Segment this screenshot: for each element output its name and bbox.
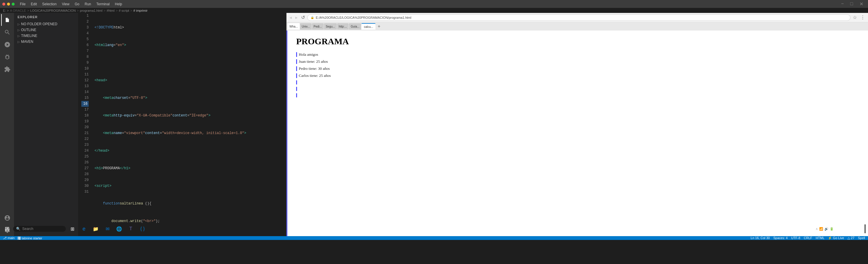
sidebar-title: EXPLORER xyxy=(14,13,78,21)
sidebar-label-1: OUTLINE xyxy=(21,28,36,32)
main-layout: EXPLORER ▷ NO FOLDER OPENED ▷ OUTLINE ▷ … xyxy=(0,13,868,236)
menu-view[interactable]: View xyxy=(59,1,72,7)
taskbar-vscode-icon[interactable]: { } xyxy=(137,223,148,234)
code-editor[interactable]: 12345 678910 1112131415 16 17181920 2122… xyxy=(79,13,286,236)
sidebar-label-0: NO FOLDER OPENED xyxy=(21,22,57,26)
tray-wifi[interactable]: 📶 xyxy=(819,227,823,231)
url-bar[interactable]: 🔒 E:/A%20ORACLE/LOGICA%20PROGRAMACION/pr… xyxy=(307,15,850,21)
preview-line-empty-3 xyxy=(296,93,859,97)
btab-3[interactable]: Segu... xyxy=(324,23,337,30)
btab-1[interactable]: Univ... xyxy=(300,23,312,30)
start-button[interactable]: ⊞ xyxy=(2,224,12,234)
status-branch: ⎇ main xyxy=(3,236,14,240)
time-display[interactable]: 9:18 p. m. 13/04/2023 xyxy=(845,225,862,232)
minimize-button[interactable]: − xyxy=(839,0,846,8)
activity-bar xyxy=(0,13,14,236)
explorer-icon[interactable] xyxy=(1,14,13,26)
sidebar-label-2: TIMELINE xyxy=(21,34,37,38)
status-position[interactable]: Ln 16, Col 30 xyxy=(751,236,770,240)
menu-help[interactable]: Help xyxy=(113,1,125,7)
code-content: 12345 678910 1112131415 16 17181920 2122… xyxy=(79,13,286,236)
preview-lines: Hola amigos Juan tiene: 25 años Pedro ti… xyxy=(296,52,859,97)
sidebar-arrow-0: ▷ xyxy=(18,23,20,26)
breadcrumb-file: programa1.html xyxy=(80,9,102,12)
line-numbers: 12345 678910 1112131415 16 17181920 2122… xyxy=(79,13,92,236)
status-errors[interactable]: △ 27 xyxy=(847,236,854,240)
traffic-light-max[interactable] xyxy=(12,3,14,6)
status-spaces[interactable]: Spaces: 4 xyxy=(773,236,787,240)
menu-go[interactable]: Go xyxy=(72,1,82,7)
tray-chevron[interactable]: ∧ xyxy=(816,227,818,231)
status-right: Ln 16, Col 30 Spaces: 4 UTF-8 CRLF HTML … xyxy=(751,236,865,240)
menu-file[interactable]: File xyxy=(18,1,28,7)
taskbar-teams-icon[interactable]: T xyxy=(126,223,136,234)
preview-line-1: Juan tiene: 25 años xyxy=(296,59,859,64)
debug-icon[interactable] xyxy=(1,51,13,63)
sidebar-arrow-3: ▷ xyxy=(18,40,20,44)
sidebar-arrow-1: ▷ xyxy=(18,28,20,32)
browser-navbar: ◂ ▸ ↺ 🔒 E:/A%20ORACLE/LOGICA%20PROGRAMAC… xyxy=(286,13,868,22)
time-text: 9:18 p. m. xyxy=(845,225,862,229)
code-lines[interactable]: <!DOCTYPE html> <html lang="en"> <head> … xyxy=(92,13,286,236)
tray-volume[interactable]: 🔊 xyxy=(825,227,829,231)
taskbar-chrome-icon[interactable]: 🌐 xyxy=(114,223,124,234)
preview-line-0: Hola amigos xyxy=(296,52,859,57)
breadcrumb-html: #html xyxy=(107,9,115,12)
reload-button[interactable]: ↺ xyxy=(300,14,306,21)
btab-4[interactable]: http:... xyxy=(337,23,349,30)
extensions-icon[interactable] xyxy=(1,63,13,75)
breadcrumb-drive: E: > xyxy=(3,9,9,12)
sys-tray: ∧ 📶 🔊 🔋 ESP xyxy=(813,227,844,231)
source-control-icon[interactable] xyxy=(1,39,13,50)
sidebar-outline[interactable]: ▷ OUTLINE xyxy=(14,27,78,33)
maximize-button[interactable]: □ xyxy=(848,0,856,8)
status-lineending[interactable]: CRLF xyxy=(804,236,812,240)
settings-icon[interactable]: ⋮ xyxy=(859,14,866,21)
menu-edit[interactable]: Edit xyxy=(28,1,39,7)
close-button[interactable]: ✕ xyxy=(857,0,866,8)
breadcrumb-sep1: A ORACLE xyxy=(10,9,26,12)
preview-line-empty-1 xyxy=(296,80,859,84)
traffic-light-min[interactable] xyxy=(7,3,10,6)
taskbar-view-icon[interactable]: ⊞ xyxy=(67,223,78,234)
menu-terminal[interactable]: Terminal xyxy=(94,1,112,7)
status-golive[interactable]: ⚡ Go Live xyxy=(828,236,844,240)
preview-panel: ◂ ▸ ↺ 🔒 E:/A%20ORACLE/LOGICA%20PROGRAMAC… xyxy=(286,13,868,236)
forward-button[interactable]: ▸ xyxy=(294,14,299,21)
preview-line-3: Carlos tiene: 25 años xyxy=(296,73,859,78)
bookmark-icon[interactable]: ☆ xyxy=(851,14,858,21)
tray-battery[interactable]: 🔋 xyxy=(830,227,834,231)
back-button[interactable]: ◂ xyxy=(288,14,293,21)
new-tab-icon[interactable]: + xyxy=(376,23,382,30)
btab-active[interactable]: calcu... xyxy=(362,23,375,30)
traffic-light-close[interactable] xyxy=(2,3,5,6)
taskbar-explorer-icon[interactable]: 📁 xyxy=(90,223,101,234)
status-encoding[interactable]: UTF-8 xyxy=(791,236,800,240)
sidebar-arrow-2: ▷ xyxy=(18,34,20,37)
sidebar: EXPLORER ▷ NO FOLDER OPENED ▷ OUTLINE ▷ … xyxy=(14,13,79,236)
account-icon[interactable] xyxy=(1,212,13,224)
search-label: Search xyxy=(22,227,33,231)
sidebar-timeline[interactable]: ▷ TIMELINE xyxy=(14,33,78,39)
preview-line-empty-2 xyxy=(296,87,859,91)
menu-bar: File Edit Selection View Go Run Terminal… xyxy=(0,0,868,8)
preview-title: PROGRAMA xyxy=(296,36,859,46)
breadcrumb-imprimir: # imprimir xyxy=(133,9,148,12)
taskbar-mail-icon[interactable]: ✉ xyxy=(102,223,113,234)
status-tabnine: ⑔ tabnine starter xyxy=(18,236,42,240)
taskbar-edge-icon[interactable]: e xyxy=(79,223,89,234)
menu-selection[interactable]: Selection xyxy=(40,1,59,7)
taskbar-search[interactable]: 🔍 Search xyxy=(13,226,66,232)
menu-run[interactable]: Run xyxy=(82,1,93,7)
url-text: E:/A%20ORACLE/LOGICA%20PROGRAMACION/prog… xyxy=(316,16,411,19)
btab-0[interactable]: Wha... xyxy=(288,23,300,30)
status-spell[interactable]: Spell xyxy=(858,236,865,240)
sidebar-no-folder[interactable]: ▷ NO FOLDER OPENED xyxy=(14,21,78,27)
search-icon[interactable] xyxy=(1,26,13,38)
btab-5[interactable]: Guía... xyxy=(349,23,361,30)
browser-tabs: Wha... Univ... Pedi... Segu... http:... … xyxy=(286,22,868,30)
sidebar-maven[interactable]: ▷ MAVEN xyxy=(14,39,78,45)
show-desktop[interactable] xyxy=(865,225,866,233)
btab-2[interactable]: Pedi... xyxy=(312,23,324,30)
status-language[interactable]: HTML xyxy=(816,236,825,240)
